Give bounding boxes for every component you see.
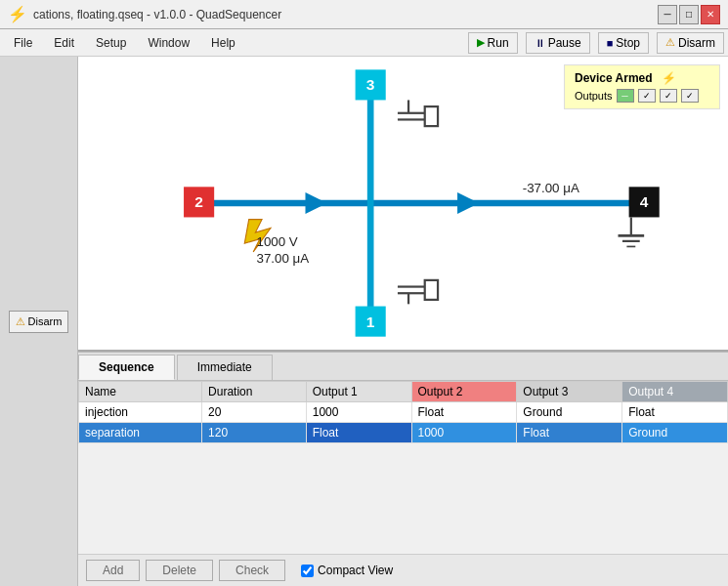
svg-text:4: 4 (640, 193, 649, 210)
sequence-table: Name Duration Output 1 Output 2 Output 3… (78, 381, 728, 554)
col-output2: Output 2 (411, 382, 517, 402)
svg-text:1000 V: 1000 V (257, 234, 298, 249)
table-row[interactable]: injection201000FloatGroundFloat (79, 402, 728, 423)
menu-setup[interactable]: Setup (86, 32, 136, 54)
menu-bar: File Edit Setup Window Help ▶ Run ⏸ Paus… (0, 29, 728, 57)
svg-text:37.00 μA: 37.00 μA (257, 251, 310, 266)
svg-marker-3 (306, 192, 327, 214)
svg-marker-2 (457, 192, 479, 214)
pause-icon: ⏸ (535, 37, 545, 49)
menu-help[interactable]: Help (201, 32, 245, 54)
diagram-area: Device Armed ⚡ Outputs ─ ✓ ✓ ✓ (78, 57, 728, 352)
app-icon: ⚡ (8, 5, 27, 23)
svg-rect-15 (425, 106, 438, 126)
menu-window[interactable]: Window (138, 32, 199, 54)
close-button[interactable]: ✕ (701, 5, 720, 24)
maximize-button[interactable]: □ (679, 5, 699, 24)
svg-text:-37.00 μA: -37.00 μA (523, 181, 579, 195)
main-content: ⚠ Disarm Device Armed ⚡ Outputs ─ ✓ ✓ ✓ (0, 57, 728, 586)
warning-icon: ⚠ (16, 315, 25, 328)
toolbar-disarm-button[interactable]: ⚠ Disarm (657, 32, 724, 54)
table-row[interactable]: separation120Float1000FloatGround (79, 423, 728, 443)
svg-text:1: 1 (366, 314, 375, 330)
minimize-button[interactable]: ─ (658, 5, 677, 24)
col-duration: Duration (202, 382, 307, 402)
tab-immediate[interactable]: Immediate (177, 355, 273, 380)
menu-file[interactable]: File (4, 32, 42, 54)
disarm-button[interactable]: ⚠ Disarm (9, 311, 69, 333)
title-bar: ⚡ cations, floating.qseq - v1.0.0 - Quad… (0, 0, 728, 29)
col-name: Name (79, 382, 202, 402)
pause-button[interactable]: ⏸ Pause (526, 32, 590, 54)
compact-view-checkbox[interactable] (301, 565, 314, 577)
compact-view-checkbox-row: Compact View (301, 564, 393, 577)
tab-sequence[interactable]: Sequence (78, 355, 175, 380)
window-controls: ─ □ ✕ (658, 5, 720, 24)
run-icon: ▶ (477, 36, 485, 49)
left-sidebar: ⚠ Disarm (0, 57, 78, 586)
run-button[interactable]: ▶ Run (468, 32, 518, 54)
stop-icon: ■ (607, 37, 614, 49)
compact-view-label[interactable]: Compact View (318, 564, 393, 577)
right-panel: Device Armed ⚡ Outputs ─ ✓ ✓ ✓ (78, 57, 728, 586)
circuit-diagram: 2 3 1 4 (78, 57, 728, 350)
stop-button[interactable]: ■ Stop (598, 32, 649, 54)
delete-button[interactable]: Delete (146, 560, 213, 581)
add-button[interactable]: Add (86, 560, 140, 581)
bottom-toolbar: Add Delete Check Compact View (78, 554, 728, 586)
svg-rect-19 (425, 280, 438, 300)
bottom-section: Sequence Immediate Name Duration Output … (78, 352, 728, 586)
svg-text:3: 3 (366, 76, 375, 93)
menu-edit[interactable]: Edit (44, 32, 84, 54)
col-output3: Output 3 (517, 382, 622, 402)
check-button[interactable]: Check (219, 560, 285, 581)
svg-text:2: 2 (194, 193, 203, 210)
tabs-row: Sequence Immediate (78, 353, 728, 381)
col-output4: Output 4 (622, 382, 728, 402)
col-output1: Output 1 (306, 382, 411, 402)
disarm-icon: ⚠ (665, 36, 675, 49)
window-title: cations, floating.qseq - v1.0.0 - QuadSe… (33, 8, 281, 21)
